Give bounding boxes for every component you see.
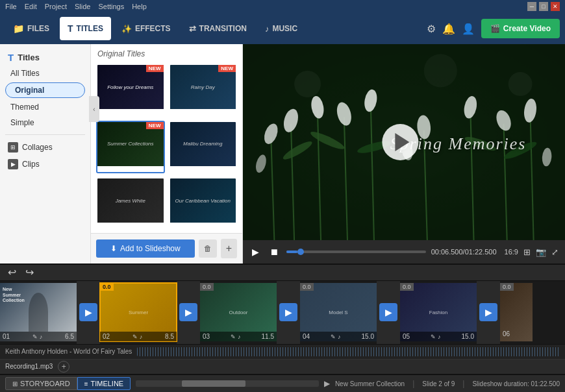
sidebar-item-all-titles[interactable]: All Titles [0, 66, 90, 81]
slide-1-edit-icon: ✎ [32, 334, 38, 340]
menu-project[interactable]: Project [45, 3, 67, 10]
slide-4-audio-icon: ♪ [338, 334, 341, 340]
menu-help[interactable]: Help [132, 3, 147, 10]
status-divider-2: | [462, 379, 464, 388]
svg-point-23 [424, 54, 457, 87]
timeline-icon: ≡ [84, 380, 88, 387]
redo-button[interactable]: ↪ [23, 266, 36, 278]
tab-music[interactable]: ♪ MUSIC [257, 17, 305, 40]
minimize-button[interactable]: ─ [527, 2, 536, 11]
clips-icon: ▶ [8, 159, 18, 169]
gallery-thumb-1[interactable]: Follow your Dreams NEW [96, 64, 165, 117]
slide-2-duration: 8.5 [165, 333, 174, 340]
scrollbar-horizontal[interactable] [136, 380, 319, 387]
new-badge-1: NEW [146, 65, 164, 72]
tab-effects[interactable]: ✨ EFFECTS [114, 17, 179, 40]
progress-fill [286, 251, 297, 253]
menu-file[interactable]: File [5, 3, 17, 10]
delete-button[interactable]: 🗑 [199, 239, 217, 258]
recording-label: Recording1.mp3 [5, 363, 53, 370]
sidebar-item-themed[interactable]: Themed [0, 99, 90, 115]
new-badge-2: NEW [218, 65, 236, 72]
collages-icon: ⊞ [8, 142, 18, 153]
slide-2-audio-icon: ♪ [140, 334, 143, 340]
slide-5-number: 05 [403, 333, 410, 340]
slide-2-edit-icon: ✎ [132, 334, 138, 340]
add-recording-button[interactable]: + [58, 361, 69, 373]
gallery-thumb-5[interactable]: James White [96, 177, 165, 230]
slide-1-number: 01 [3, 333, 10, 340]
time-display: 00:06.500/01:22.500 [431, 248, 497, 256]
titles-section-icon: T [8, 52, 14, 63]
slide-1-audio-icon: ♪ [40, 334, 43, 340]
slide-3-duration: 11.5 [262, 333, 274, 340]
slide-3-edit-icon: ✎ [231, 334, 236, 340]
slide-3-audio-icon: ♪ [238, 334, 241, 340]
music-icon: ♪ [265, 24, 270, 34]
settings-icon[interactable]: ⚙ [427, 23, 436, 35]
transition-arrow-1[interactable]: ▶ [77, 281, 100, 344]
slide-4-number: 04 [303, 333, 310, 340]
menu-slide[interactable]: Slide [75, 3, 90, 10]
sidebar-item-original[interactable]: Original [5, 82, 85, 98]
audio-track-label: Keith Anthony Holden - World Of Fairy Ta… [5, 348, 132, 355]
expand-icon[interactable]: ⤢ [551, 247, 559, 257]
fullscreen-icon[interactable]: ⊞ [523, 247, 531, 257]
menu-edit[interactable]: Edit [25, 3, 37, 10]
timeline-view-button[interactable]: ≡ TIMELINE [77, 377, 131, 390]
gallery-thumb-2[interactable]: Rainy Day NEW [169, 64, 238, 117]
transition-arrow-2[interactable]: ▶ [177, 281, 200, 344]
slide-item-5[interactable]: Fashion 0.0 05 ✎ ♪ 15.0 [400, 281, 477, 344]
tab-transition[interactable]: ⇄ TRANSITION [181, 17, 255, 40]
gallery-header: Original Titles [91, 44, 242, 61]
project-name: New Summer Collection [335, 380, 405, 387]
slide-5-edit-icon: ✎ [431, 334, 436, 340]
effects-icon: ✨ [121, 24, 132, 34]
sidebar-item-collages[interactable]: ⊞ Collages [0, 139, 90, 156]
snapshot-icon[interactable]: 📷 [536, 247, 546, 257]
slide-info: Slide 2 of 9 [422, 380, 455, 387]
slide-item-1[interactable]: NewSummerCollection 01 ✎ ♪ 6.5 [0, 281, 77, 344]
storyboard-view-button[interactable]: ⊞ STORYBOARD [5, 377, 77, 390]
play-button[interactable] [382, 124, 418, 160]
undo-button[interactable]: ↩ [5, 266, 19, 278]
slide-item-3[interactable]: Outdoor 0.0 03 ✎ ♪ 11.5 [200, 281, 277, 344]
add-button[interactable]: + [221, 239, 237, 258]
tab-files[interactable]: 📁 FILES [5, 17, 57, 40]
tab-titles[interactable]: T TITLES [60, 17, 111, 40]
download-icon: ⬇ [110, 244, 117, 253]
gallery-thumb-3[interactable]: Summer Collections NEW [96, 121, 165, 174]
svg-point-24 [509, 72, 533, 96]
sidebar-item-clips[interactable]: ▶ Clips [0, 156, 90, 173]
transition-icon: ⇄ [189, 24, 196, 34]
transition-arrow-5[interactable]: ▶ [477, 281, 500, 344]
slide-item-4[interactable]: Model S 0.0 04 ✎ ♪ 15.0 [300, 281, 377, 344]
create-video-button[interactable]: 🎬 Create Video [481, 19, 560, 38]
account-icon[interactable]: 👤 [462, 23, 475, 35]
add-to-slideshow-button[interactable]: ⬇ Add to Slideshow [96, 239, 195, 258]
gallery-thumb-6[interactable]: Our Caribbean Vacation [169, 177, 238, 230]
maximize-button[interactable]: □ [539, 2, 548, 11]
slide-item-2[interactable]: Summer 0.0 02 ✎ ♪ 8.5 [100, 281, 177, 344]
close-button[interactable]: ✕ [551, 2, 560, 11]
scroll-right-arrow[interactable]: ▶ [324, 379, 330, 388]
svg-point-22 [294, 71, 321, 97]
slide-5-audio-icon: ♪ [438, 334, 441, 340]
sidebar-titles-header: T Titles [0, 47, 90, 66]
slide-item-6[interactable]: 0.0 06 [500, 281, 533, 344]
play-pause-button[interactable]: ▶ [249, 245, 262, 258]
progress-bar[interactable] [286, 251, 426, 253]
sidebar-item-simple[interactable]: Simple [0, 115, 90, 130]
progress-dot [297, 249, 304, 255]
video-icon: 🎬 [490, 24, 500, 33]
sidebar-collapse-arrow[interactable]: ‹ [89, 96, 99, 122]
duration-info: Slideshow duration: 01:22.500 [472, 380, 560, 387]
storyboard-icon: ⊞ [12, 380, 18, 387]
bell-icon[interactable]: 🔔 [442, 23, 455, 35]
slide-5-duration: 15.0 [462, 333, 474, 340]
transition-arrow-4[interactable]: ▶ [377, 281, 400, 344]
stop-button[interactable]: ⏹ [267, 245, 281, 258]
menu-settings[interactable]: Settings [98, 3, 124, 10]
transition-arrow-3[interactable]: ▶ [277, 281, 300, 344]
gallery-thumb-4[interactable]: Malibu Dreaming [169, 121, 238, 174]
